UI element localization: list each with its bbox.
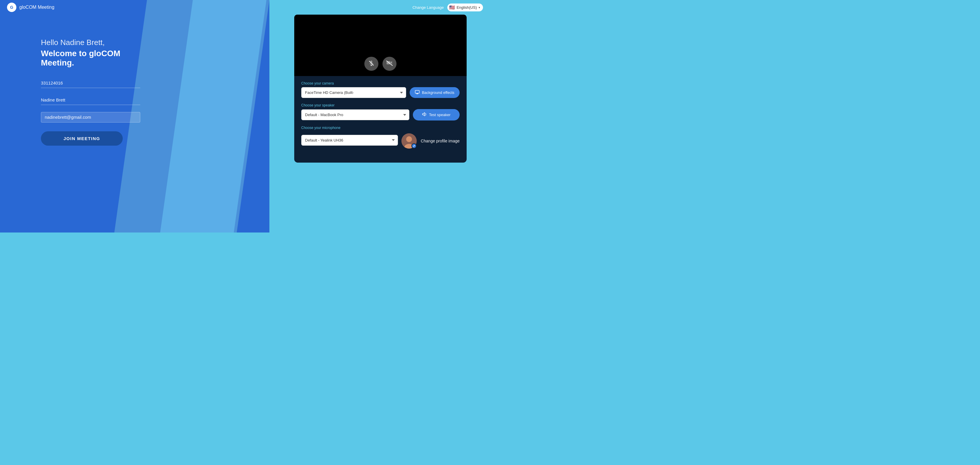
speaker-icon <box>422 112 426 118</box>
change-profile-image-label: Change profile image <box>421 139 460 143</box>
camera-select[interactable]: FaceTime HD Camera (Built- No camera <box>301 87 406 98</box>
speaker-controls: Default - MacBook Pro Built-in Speakers … <box>301 109 460 120</box>
test-speaker-button[interactable]: Test speaker <box>413 109 460 120</box>
speaker-select[interactable]: Default - MacBook Pro Built-in Speakers <box>301 109 409 120</box>
join-meeting-button[interactable]: JOIN MEETING <box>41 131 123 145</box>
settings-section: Choose your camera FaceTime HD Camera (B… <box>294 76 467 149</box>
logo-area: G gloCOM Meeting <box>7 3 54 12</box>
name-group <box>41 95 140 105</box>
microphone-select[interactable]: Default - Yealink UH36 Built-in Micropho… <box>301 135 398 145</box>
camera-controls: FaceTime HD Camera (Built- No camera Bac… <box>301 87 460 98</box>
profile-row: Change profile image <box>401 133 460 149</box>
video-preview <box>294 14 467 76</box>
change-profile-image-button[interactable]: Change profile image <box>421 139 460 143</box>
chevron-down-icon: ▾ <box>479 6 480 9</box>
profile-image-wrapper <box>401 133 417 149</box>
background-effects-label: Background effects <box>422 90 454 95</box>
change-language-label: Change Language <box>412 5 444 10</box>
test-speaker-label: Test speaker <box>429 113 450 117</box>
email-input[interactable] <box>45 115 137 120</box>
microphone-controls: Default - Yealink UH36 Built-in Micropho… <box>301 132 460 149</box>
app-logo-icon: G <box>7 3 16 12</box>
svg-point-10 <box>406 136 412 142</box>
name-input[interactable] <box>41 95 140 105</box>
camera-setting-row: Choose your camera FaceTime HD Camera (B… <box>301 81 460 98</box>
speaker-setting-row: Choose your speaker Default - MacBook Pr… <box>301 103 460 120</box>
camera-label: Choose your camera <box>301 81 460 85</box>
speaker-label: Choose your speaker <box>301 103 460 107</box>
app-name: gloCOM Meeting <box>19 5 54 10</box>
greeting-text: Hello Nadine Brett, <box>41 38 140 47</box>
svg-rect-5 <box>415 90 419 93</box>
mute-camera-button[interactable] <box>382 57 396 71</box>
video-controls <box>364 57 396 71</box>
background-effects-button[interactable]: Background effects <box>410 87 460 98</box>
microphone-setting-row: Choose your microphone Default - Yealink… <box>301 126 460 149</box>
microphone-muted-icon <box>368 60 374 67</box>
camera-muted-icon <box>386 61 393 67</box>
left-panel: Hello Nadine Brett, Welcome to gloCOM Me… <box>41 38 140 145</box>
welcome-text: Welcome to gloCOM Meeting. <box>41 49 140 67</box>
user-id-group <box>41 78 140 88</box>
profile-edit-badge <box>411 143 417 149</box>
language-name: English(US) <box>457 5 477 10</box>
language-area: Change Language 🇺🇸 English(US) ▾ <box>412 3 483 11</box>
email-group <box>41 112 140 123</box>
mute-microphone-button[interactable] <box>364 57 379 71</box>
monitor-icon <box>415 90 420 95</box>
language-flag: 🇺🇸 <box>449 5 455 10</box>
user-id-input[interactable] <box>41 78 140 88</box>
microphone-label: Choose your microphone <box>301 126 460 130</box>
right-panel: Choose your camera FaceTime HD Camera (B… <box>294 14 467 163</box>
language-selector[interactable]: 🇺🇸 English(US) ▾ <box>447 3 483 11</box>
navbar: G gloCOM Meeting Change Language 🇺🇸 Engl… <box>0 0 490 14</box>
email-input-wrapper <box>41 112 140 123</box>
